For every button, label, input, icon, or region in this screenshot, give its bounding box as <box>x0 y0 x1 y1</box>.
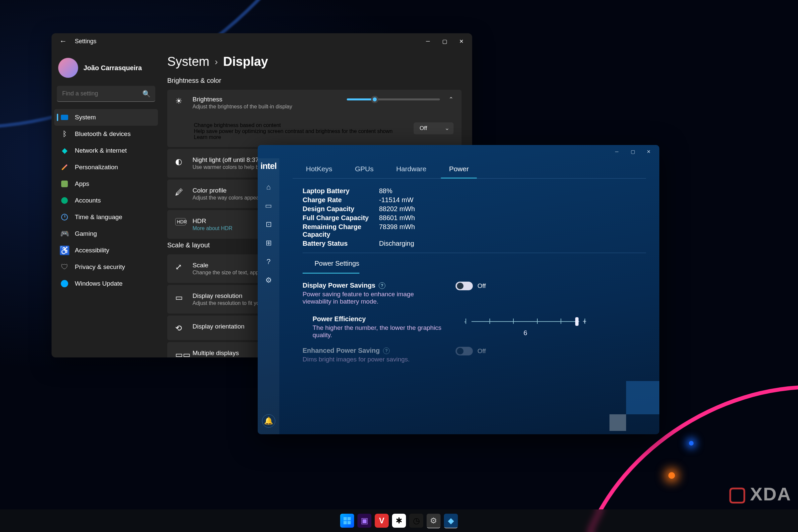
svg-rect-2 <box>343 521 347 524</box>
taskbar-clock-icon[interactable]: ◷ <box>409 514 423 528</box>
taskbar-settings-icon[interactable]: ⚙ <box>426 514 440 528</box>
sidebar-item-gaming[interactable]: 🎮Gaming <box>54 225 158 242</box>
battery-table: Laptop Battery88%Charge Rate-11514 mWDes… <box>303 187 646 248</box>
battery-value: Discharging <box>379 240 414 247</box>
dps-value: Off <box>477 282 486 290</box>
battery-value: 88% <box>379 187 392 195</box>
battery-row: Remaining Charge Capacity78398 mWh <box>303 223 646 239</box>
pers-icon <box>60 163 69 172</box>
chevron-up-icon[interactable]: ⌃ <box>449 96 454 103</box>
start-button[interactable] <box>340 514 354 528</box>
sidebar-item-windows-update[interactable]: Windows Update <box>54 275 158 292</box>
grid-icon[interactable]: ⊞ <box>263 237 274 249</box>
battery-value: -11514 mW <box>379 196 413 204</box>
taskbar-intel-icon[interactable]: ◆ <box>444 514 458 528</box>
battery-value: 88601 mWh <box>379 214 415 222</box>
time-icon <box>60 213 69 222</box>
brightness-desc: Adjust the brightness of the built-in di… <box>192 104 340 110</box>
maximize-button[interactable]: ▢ <box>436 33 453 49</box>
enhanced-power-saving-row: Enhanced Power Saving ? Dims bright imag… <box>303 347 646 363</box>
intel-logo: intel <box>260 159 276 178</box>
nav-label: Time & language <box>75 213 122 221</box>
taskbar-camera-icon[interactable]: ▣ <box>358 514 372 528</box>
palette-icon: 🖉 <box>175 188 186 197</box>
intel-maximize-button[interactable]: ▢ <box>625 146 641 158</box>
display-icon[interactable]: ▭ <box>263 200 274 212</box>
brightness-slider[interactable] <box>347 98 440 100</box>
home-icon[interactable]: ⌂ <box>263 181 274 193</box>
dps-title: Display Power Savings ? <box>303 282 456 289</box>
nav-label: Accessibility <box>75 247 109 254</box>
upd-icon <box>60 279 69 288</box>
search-box[interactable]: 🔍 <box>57 86 155 102</box>
minimize-button[interactable]: ─ <box>420 33 436 49</box>
display-power-savings-row: Display Power Savings ? Power saving fea… <box>303 282 646 305</box>
priv-icon: 🛡 <box>60 263 69 271</box>
plus-icon: + <box>583 318 587 325</box>
svg-rect-0 <box>343 517 347 520</box>
nav-label: Personalization <box>75 164 118 171</box>
pe-desc: The higher the number, the lower the gra… <box>312 324 445 339</box>
dps-desc: Power saving feature to enhance image vi… <box>303 291 436 305</box>
intel-close-button[interactable]: ✕ <box>641 146 657 158</box>
taskbar-slack-icon[interactable]: ✱ <box>392 514 406 528</box>
moon-icon: ◐ <box>175 157 186 166</box>
acc-icon <box>60 196 69 205</box>
orientation-icon: ⟲ <box>175 324 186 333</box>
search-icon: 🔍 <box>142 90 151 98</box>
back-button[interactable]: ← <box>59 37 67 45</box>
power-efficiency-row: Power Efficiency The higher the number, … <box>312 315 646 339</box>
help-icon[interactable]: ? <box>263 256 274 268</box>
battery-value: 88202 mWh <box>379 205 415 213</box>
taskbar-vivaldi-icon[interactable]: V <box>375 514 389 528</box>
sidebar-item-accounts[interactable]: Accounts <box>54 192 158 209</box>
bell-icon[interactable]: 🔔 <box>262 414 275 428</box>
eps-toggle <box>456 347 473 356</box>
nav-label: Network & internet <box>75 147 127 154</box>
hdr-icon: HDR <box>175 218 186 225</box>
tab-hardware[interactable]: Hardware <box>395 165 428 178</box>
sidebar-item-accessibility[interactable]: ♿Accessibility <box>54 242 158 259</box>
slider-thumb[interactable] <box>575 317 578 326</box>
sidebar-item-personalization[interactable]: Personalization <box>54 159 158 175</box>
sidebar-item-bluetooth-devices[interactable]: ᛒBluetooth & devices <box>54 126 158 142</box>
learn-more-link[interactable]: Learn more <box>194 134 414 140</box>
close-button[interactable]: ✕ <box>453 33 470 49</box>
svg-rect-1 <box>347 517 351 520</box>
sidebar-item-time-language[interactable]: Time & language <box>54 209 158 225</box>
power-settings-tab[interactable]: Power Settings <box>303 260 359 274</box>
content-brightness-dropdown[interactable]: Off <box>414 122 454 134</box>
battery-key: Design Capacity <box>303 205 379 213</box>
sidebar-item-privacy-security[interactable]: 🛡Privacy & security <box>54 259 158 275</box>
chevron-right-icon: › <box>215 57 218 67</box>
tab-gpus[interactable]: GPUs <box>354 165 375 178</box>
info-icon[interactable]: ? <box>379 282 385 289</box>
battery-row: Battery StatusDischarging <box>303 239 646 248</box>
content-brightness-title: Change brightness based on content <box>194 122 414 128</box>
sidebar-item-network-internet[interactable]: ◆Network & internet <box>54 142 158 159</box>
breadcrumb-page: Display <box>223 55 268 69</box>
intel-window: ─ ▢ ✕ intel ⌂ ▭ ⊡ ⊞ ? ⚙ 🔔 HotKeysGPUsHar… <box>258 145 659 434</box>
gear-icon[interactable]: ⚙ <box>263 274 274 286</box>
breadcrumb-root[interactable]: System <box>167 55 209 69</box>
battery-key: Battery Status <box>303 240 379 247</box>
info-icon[interactable]: ? <box>383 347 390 354</box>
sun-icon: ☀ <box>175 96 186 106</box>
tab-power[interactable]: Power <box>448 165 470 178</box>
sidebar-item-system[interactable]: System <box>54 109 158 126</box>
bt-icon: ᛒ <box>60 130 69 138</box>
battery-row: Design Capacity88202 mWh <box>303 205 646 213</box>
pe-value: 6 <box>466 329 585 337</box>
brightness-row[interactable]: ☀ Brightness Adjust the brightness of th… <box>167 90 461 116</box>
battery-key: Charge Rate <box>303 196 379 204</box>
nav-label: System <box>75 114 96 121</box>
intel-minimize-button[interactable]: ─ <box>609 146 625 158</box>
power-efficiency-slider[interactable]: - + 6 <box>466 315 585 337</box>
sidebar-item-apps[interactable]: Apps <box>54 175 158 192</box>
acc2-icon: ♿ <box>60 246 69 255</box>
dps-toggle[interactable] <box>456 282 473 290</box>
video-icon[interactable]: ⊡ <box>263 218 274 230</box>
search-input[interactable] <box>57 86 155 102</box>
profile[interactable]: João Carrasqueira <box>54 53 158 84</box>
tab-hotkeys[interactable]: HotKeys <box>305 165 334 178</box>
